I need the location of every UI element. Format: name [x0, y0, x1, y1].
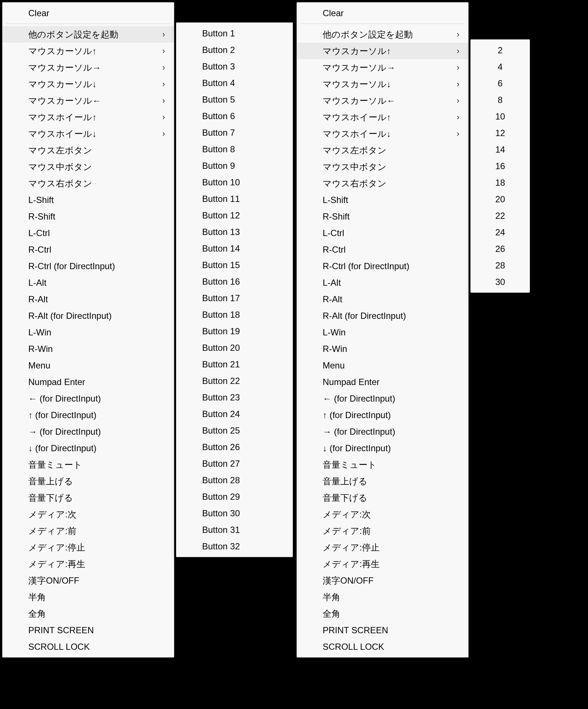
- menu-item-item[interactable]: 音量下げる: [297, 489, 468, 506]
- menu-item-item[interactable]: 音量上げる: [297, 473, 468, 489]
- menu-item-l-ctrl[interactable]: L-Ctrl: [297, 225, 468, 241]
- submenu-item-button-1[interactable]: Button 1: [176, 25, 293, 42]
- submenu-item-24[interactable]: 24: [471, 224, 530, 241]
- menu-item-item[interactable]: マウスホイール↓›: [3, 125, 174, 142]
- submenu-item-button-23[interactable]: Button 23: [176, 389, 293, 406]
- menu-item-r-ctrl-for-directinput[interactable]: R-Ctrl (for DirectInput): [3, 258, 174, 274]
- submenu-item-4[interactable]: 4: [471, 58, 530, 75]
- menu-item-item[interactable]: マウス中ボタン: [297, 158, 468, 175]
- menu-item-clear[interactable]: Clear: [3, 5, 174, 21]
- submenu-item-button-2[interactable]: Button 2: [176, 42, 293, 58]
- submenu-item-6[interactable]: 6: [471, 75, 530, 92]
- menu-item-item[interactable]: マウスカーソル←›: [297, 92, 468, 109]
- submenu-item-26[interactable]: 26: [471, 241, 530, 257]
- submenu-item-22[interactable]: 22: [471, 207, 530, 224]
- submenu-item-14[interactable]: 14: [471, 141, 530, 158]
- menu-item-menu[interactable]: Menu: [3, 357, 174, 374]
- submenu-item-button-20[interactable]: Button 20: [176, 339, 293, 356]
- submenu-item-button-22[interactable]: Button 22: [176, 373, 293, 389]
- submenu-item-30[interactable]: 30: [471, 274, 530, 290]
- menu-item-item[interactable]: 全角: [297, 605, 468, 622]
- right-main-menu[interactable]: Clear他のボタン設定を起動›マウスカーソル↑›マウスカーソル→›マウスカーソ…: [297, 2, 469, 658]
- menu-item-l-alt[interactable]: L-Alt: [3, 274, 174, 291]
- submenu-item-button-8[interactable]: Button 8: [176, 141, 293, 157]
- menu-item-item[interactable]: マウスホイール↑›: [3, 109, 174, 125]
- submenu-item-button-19[interactable]: Button 19: [176, 323, 293, 339]
- menu-item-for-directinput[interactable]: ↑ (for DirectInput): [297, 407, 468, 423]
- menu-item-for-directinput[interactable]: ← (for DirectInput): [3, 390, 174, 407]
- submenu-item-button-15[interactable]: Button 15: [176, 257, 293, 273]
- menu-item-item[interactable]: 他のボタン設定を起動›: [3, 26, 174, 43]
- menu-item-item[interactable]: メディア:前: [297, 523, 468, 539]
- menu-item-r-ctrl-for-directinput[interactable]: R-Ctrl (for DirectInput): [297, 258, 468, 274]
- menu-item-on-off[interactable]: 漢字ON/OFF: [297, 572, 468, 589]
- menu-item-item[interactable]: マウス右ボタン: [297, 175, 468, 192]
- right-cursor-speed-submenu[interactable]: 24681012141618202224262830: [470, 39, 530, 293]
- submenu-item-button-29[interactable]: Button 29: [176, 488, 293, 505]
- menu-item-item[interactable]: 全角: [3, 605, 174, 622]
- submenu-item-button-9[interactable]: Button 9: [176, 157, 293, 174]
- menu-item-item[interactable]: メディア:停止: [3, 539, 174, 556]
- menu-item-item[interactable]: 音量上げる: [3, 473, 174, 489]
- submenu-item-button-21[interactable]: Button 21: [176, 356, 293, 373]
- menu-item-item[interactable]: マウスカーソル→›: [3, 59, 174, 76]
- menu-item-numpad-enter[interactable]: Numpad Enter: [297, 374, 468, 390]
- menu-item-print-screen[interactable]: PRINT SCREEN: [3, 622, 174, 638]
- submenu-item-button-7[interactable]: Button 7: [176, 124, 293, 141]
- submenu-item-10[interactable]: 10: [471, 108, 530, 125]
- menu-item-item[interactable]: メディア:次: [297, 506, 468, 523]
- menu-item-item[interactable]: メディア:前: [3, 523, 174, 539]
- menu-item-item[interactable]: メディア:再生: [297, 556, 468, 572]
- menu-item-l-win[interactable]: L-Win: [297, 324, 468, 341]
- menu-item-r-shift[interactable]: R-Shift: [3, 208, 174, 225]
- menu-item-on-off[interactable]: 漢字ON/OFF: [3, 572, 174, 589]
- submenu-item-button-28[interactable]: Button 28: [176, 472, 293, 488]
- submenu-item-18[interactable]: 18: [471, 174, 530, 191]
- menu-item-for-directinput[interactable]: → (for DirectInput): [3, 423, 174, 440]
- submenu-item-button-26[interactable]: Button 26: [176, 439, 293, 455]
- menu-item-r-alt-for-directinput[interactable]: R-Alt (for DirectInput): [3, 307, 174, 324]
- menu-item-menu[interactable]: Menu: [297, 357, 468, 374]
- menu-item-r-win[interactable]: R-Win: [3, 341, 174, 357]
- submenu-item-button-25[interactable]: Button 25: [176, 422, 293, 439]
- menu-item-print-screen[interactable]: PRINT SCREEN: [297, 622, 468, 638]
- submenu-item-20[interactable]: 20: [471, 191, 530, 207]
- submenu-item-button-31[interactable]: Button 31: [176, 521, 293, 538]
- submenu-item-button-30[interactable]: Button 30: [176, 505, 293, 521]
- menu-item-item[interactable]: マウスカーソル↓›: [3, 76, 174, 92]
- submenu-item-28[interactable]: 28: [471, 257, 530, 274]
- submenu-item-button-4[interactable]: Button 4: [176, 75, 293, 91]
- menu-item-item[interactable]: マウス右ボタン: [3, 175, 174, 192]
- menu-item-for-directinput[interactable]: ↑ (for DirectInput): [3, 407, 174, 423]
- menu-item-r-shift[interactable]: R-Shift: [297, 208, 468, 225]
- menu-item-item[interactable]: マウス中ボタン: [3, 158, 174, 175]
- submenu-item-button-18[interactable]: Button 18: [176, 306, 293, 323]
- menu-item-item[interactable]: マウスカーソル←›: [3, 92, 174, 109]
- left-button-submenu[interactable]: Button 1Button 2Button 3Button 4Button 5…: [176, 22, 293, 557]
- menu-item-item[interactable]: マウスカーソル→›: [297, 59, 468, 76]
- submenu-item-button-11[interactable]: Button 11: [176, 190, 293, 207]
- submenu-item-button-14[interactable]: Button 14: [176, 240, 293, 257]
- submenu-item-button-5[interactable]: Button 5: [176, 91, 293, 108]
- menu-item-l-ctrl[interactable]: L-Ctrl: [3, 225, 174, 241]
- menu-item-item[interactable]: マウスホイール↑›: [297, 109, 468, 125]
- menu-item-item[interactable]: メディア:再生: [3, 556, 174, 572]
- menu-item-item[interactable]: 音量ミュート: [3, 456, 174, 473]
- submenu-item-16[interactable]: 16: [471, 158, 530, 174]
- menu-item-item[interactable]: 他のボタン設定を起動›: [297, 26, 468, 43]
- menu-item-for-directinput[interactable]: → (for DirectInput): [297, 423, 468, 440]
- submenu-item-button-3[interactable]: Button 3: [176, 58, 293, 75]
- submenu-item-button-16[interactable]: Button 16: [176, 273, 293, 290]
- submenu-item-12[interactable]: 12: [471, 125, 530, 141]
- menu-item-l-win[interactable]: L-Win: [3, 324, 174, 341]
- menu-item-r-ctrl[interactable]: R-Ctrl: [3, 241, 174, 258]
- submenu-item-8[interactable]: 8: [471, 92, 530, 108]
- menu-item-for-directinput[interactable]: ↓ (for DirectInput): [3, 440, 174, 456]
- menu-item-item[interactable]: 半角: [297, 589, 468, 605]
- menu-item-for-directinput[interactable]: ↓ (for DirectInput): [297, 440, 468, 456]
- submenu-item-button-10[interactable]: Button 10: [176, 174, 293, 190]
- menu-item-r-alt[interactable]: R-Alt: [3, 291, 174, 307]
- submenu-item-button-24[interactable]: Button 24: [176, 406, 293, 422]
- menu-item-item[interactable]: メディア:次: [3, 506, 174, 523]
- submenu-item-button-27[interactable]: Button 27: [176, 455, 293, 472]
